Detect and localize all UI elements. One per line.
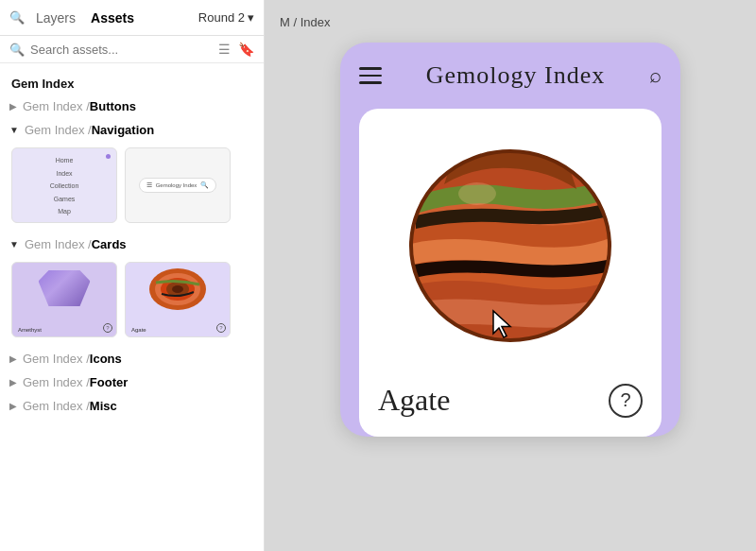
collapse-arrow-icon: ▶ [9, 401, 17, 411]
svg-point-4 [172, 285, 183, 293]
breadcrumb: M / Index [280, 15, 741, 29]
gem-image-area [378, 128, 643, 373]
dot-indicator [106, 154, 111, 159]
info-button[interactable]: ? [609, 384, 643, 418]
card-gem-name: Amethyst [18, 327, 42, 333]
svg-marker-9 [493, 311, 510, 337]
group-name-prefix: Gem Index / [23, 99, 90, 113]
left-panel: 🔍 Layers Assets Round 2 ▾ 🔍 ☰ 🔖 Gem Inde… [0, 0, 265, 551]
hamburger-line [359, 67, 382, 70]
group-name-label: Icons [90, 352, 122, 366]
collapse-arrow-icon: ▶ [9, 101, 17, 112]
group-icons[interactable]: ▶ Gem Index / Icons [0, 347, 264, 370]
group-name-label: Footer [90, 375, 128, 389]
assets-tab[interactable]: Assets [85, 7, 140, 29]
group-misc[interactable]: ▶ Gem Index / Misc [0, 394, 264, 418]
round-selector[interactable]: Round 2 ▾ [198, 10, 254, 25]
agate-mini-image [145, 266, 211, 313]
collapse-arrow-icon: ▼ [9, 239, 19, 250]
app-header: Gemology Index ⌕ [359, 61, 662, 90]
nav-bar-preview: ☰ Gemology Index 🔍 [139, 178, 217, 193]
group-navigation[interactable]: ▼ Gem Index / Navigation [0, 118, 264, 142]
collapse-arrow-icon: ▼ [9, 125, 19, 135]
group-name-label: Cards [92, 237, 127, 251]
right-panel: M / Index Gemology Index ⌕ [265, 0, 756, 551]
nav-item: Home [56, 156, 74, 166]
search-input[interactable] [30, 43, 213, 57]
group-name-prefix: Gem Index / [23, 352, 90, 366]
navigation-thumbnails: Home Index Collection Games Map Account … [0, 142, 264, 232]
search-icon: 🔍 [9, 43, 25, 57]
hamburger-line [359, 81, 382, 84]
list-view-icon[interactable]: ☰ [218, 42, 231, 57]
cards-thumbnails: Amethyst ? Agate ? [0, 256, 264, 347]
group-name-prefix: Gem Index / [23, 399, 90, 413]
group-name-prefix: Gem Index / [25, 237, 92, 251]
search-icon: 🔍 [9, 10, 25, 25]
chevron-down-icon: ▾ [248, 10, 254, 25]
hamburger-line [359, 75, 382, 77]
nav-bar-title: Gemology Index [156, 182, 198, 188]
group-name-label: Misc [90, 399, 117, 413]
thumbnail-card-amethyst[interactable]: Amethyst ? [11, 262, 117, 337]
cursor-indicator [491, 309, 518, 345]
info-icon: ? [103, 323, 112, 333]
gem-name-row: Agate ? [378, 383, 643, 418]
group-name-prefix: Gem Index / [23, 375, 90, 389]
round-label: Round 2 [198, 10, 245, 25]
nav-item: Collection [50, 181, 79, 192]
card-gem-name: Agate [131, 327, 146, 333]
group-cards[interactable]: ▼ Gem Index / Cards [0, 232, 264, 256]
group-name-label: Navigation [92, 123, 154, 137]
layers-tab[interactable]: Layers [30, 7, 81, 29]
nav-item: Index [56, 169, 72, 180]
assets-panel: Gem Index ▶ Gem Index / Buttons ▼ Gem In… [0, 63, 264, 551]
gem-card: Agate ? [359, 109, 662, 437]
group-name-prefix: Gem Index / [25, 123, 92, 137]
top-nav: 🔍 Layers Assets Round 2 ▾ [0, 0, 264, 36]
app-title: Gemology Index [426, 61, 605, 90]
nav-item: Account [52, 220, 76, 224]
bookmark-icon[interactable]: 🔖 [238, 42, 254, 57]
info-icon: ? [216, 323, 226, 333]
group-buttons[interactable]: ▶ Gem Index / Buttons [0, 95, 264, 118]
thumbnail-card-agate[interactable]: Agate ? [125, 262, 231, 337]
nav-item: Map [58, 207, 71, 217]
collapse-arrow-icon: ▶ [9, 377, 17, 387]
section-title: Gem Index [0, 71, 264, 95]
collapse-arrow-icon: ▶ [9, 353, 17, 364]
amethyst-gem-image [39, 270, 91, 306]
search-bar: 🔍 ☰ 🔖 [0, 36, 264, 63]
phone-preview: Gemology Index ⌕ [340, 43, 680, 437]
svg-point-7 [458, 182, 496, 205]
hamburger-button[interactable] [359, 67, 382, 84]
question-mark-icon: ? [620, 389, 630, 411]
group-name-label: Buttons [90, 99, 136, 113]
nav-item: Games [54, 195, 76, 205]
thumbnail-nav-drawer[interactable]: Home Index Collection Games Map Account [11, 147, 117, 223]
gem-name: Agate [378, 383, 450, 418]
group-footer[interactable]: ▶ Gem Index / Footer [0, 370, 264, 394]
thumbnail-nav-bar[interactable]: ☰ Gemology Index 🔍 [125, 147, 231, 223]
search-button[interactable]: ⌕ [649, 63, 662, 88]
